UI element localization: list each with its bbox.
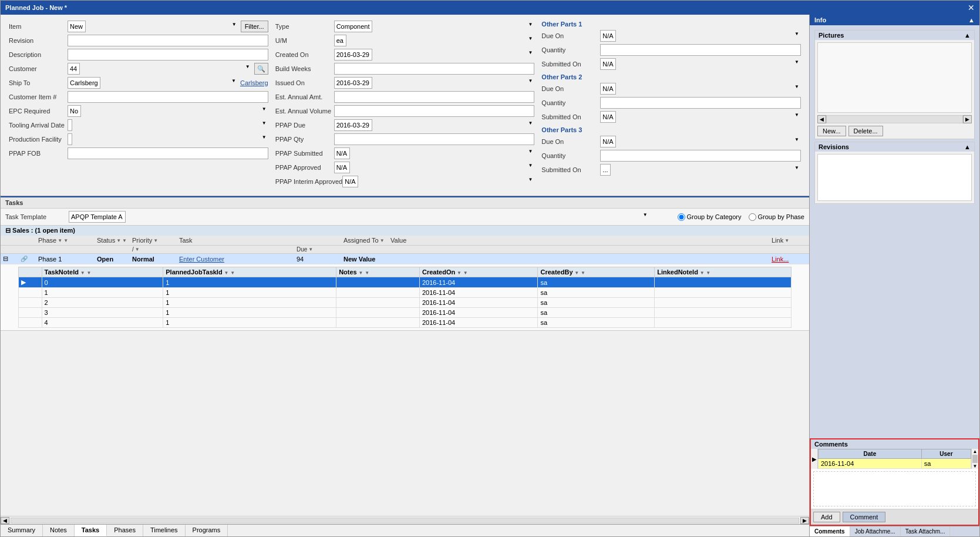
- linked-filter[interactable]: ▼: [706, 270, 710, 276]
- scroll-left-button[interactable]: ◀: [1, 517, 9, 524]
- close-button[interactable]: ✕: [968, 3, 975, 12]
- ppap-approved-select[interactable]: N/A: [334, 162, 350, 173]
- tab-comments[interactable]: Comments: [810, 526, 850, 536]
- tab-programs[interactable]: Programs: [186, 525, 228, 536]
- customer-item-input[interactable]: [68, 91, 268, 103]
- tab-tasks[interactable]: Tasks: [75, 525, 107, 536]
- revisions-collapse-icon[interactable]: ▲: [964, 143, 971, 150]
- tab-phases[interactable]: Phases: [107, 525, 143, 536]
- op2-submitted-select[interactable]: N/A: [600, 111, 616, 123]
- group-by-category-label[interactable]: Group by Category: [678, 213, 742, 221]
- group-by-category-radio[interactable]: [678, 213, 685, 221]
- scroll-track[interactable]: [11, 518, 799, 523]
- picture-scrollbar[interactable]: [826, 115, 963, 123]
- production-select[interactable]: [68, 133, 72, 145]
- phase-filter-icon[interactable]: ▼: [63, 238, 68, 243]
- planned-sort[interactable]: ▼: [224, 270, 228, 276]
- group-by-phase-label[interactable]: Group by Phase: [749, 213, 805, 221]
- notes-row[interactable]: ▶ 0 1 2016-11-04 sa: [19, 277, 792, 288]
- createdby-filter[interactable]: ▼: [581, 270, 585, 276]
- tab-notes[interactable]: Notes: [43, 525, 75, 536]
- group-by-phase-radio[interactable]: [749, 213, 756, 221]
- created-on-select[interactable]: 2016-03-29: [334, 49, 372, 61]
- new-picture-button[interactable]: New...: [817, 126, 846, 136]
- tab-summary[interactable]: Summary: [1, 525, 43, 536]
- ship-to-select[interactable]: Carlsberg: [68, 77, 100, 89]
- info-collapse-icon[interactable]: ▲: [968, 16, 975, 24]
- status-filter-icon[interactable]: ▼: [122, 238, 127, 243]
- type-select[interactable]: Component: [334, 21, 372, 32]
- op3-quantity-input[interactable]: [600, 150, 801, 162]
- createdon-filter[interactable]: ▼: [463, 270, 468, 276]
- est-annual-amt-input[interactable]: [334, 91, 535, 103]
- op1-due-on-select[interactable]: N/A: [600, 30, 616, 42]
- comments-row-1[interactable]: 2016-11-04 sa: [819, 459, 971, 469]
- op1-submitted-select[interactable]: N/A: [600, 58, 616, 70]
- comments-scroll-up[interactable]: ▲: [972, 449, 978, 454]
- um-select[interactable]: ea: [334, 35, 346, 46]
- ppap-submitted-select[interactable]: N/A: [334, 147, 350, 159]
- tab-task-attachments[interactable]: Task Attachm...: [901, 526, 951, 536]
- tab-job-attachments[interactable]: Job Attachme...: [850, 526, 901, 536]
- est-annual-vol-input[interactable]: [334, 105, 535, 117]
- notes-row[interactable]: 3 1 2016-11-04 sa: [19, 308, 792, 318]
- op2-quantity-input[interactable]: [600, 97, 801, 109]
- op3-submitted-select[interactable]: ...: [600, 164, 611, 176]
- status-sort-icon[interactable]: ▼: [116, 238, 121, 243]
- task-enter-customer[interactable]: Enter Customer: [179, 256, 297, 263]
- horizontal-scrollbar[interactable]: ◀ ▶: [1, 516, 809, 524]
- planned-filter[interactable]: ▼: [230, 270, 235, 276]
- picture-prev-button[interactable]: ◀: [817, 115, 826, 123]
- op2-due-on-select[interactable]: N/A: [600, 83, 616, 95]
- task-expand[interactable]: ⊟: [3, 255, 21, 263]
- comments-scrollbar[interactable]: ▲ ▼: [971, 449, 978, 469]
- op1-quantity-input[interactable]: [600, 44, 801, 56]
- tab-timelines[interactable]: Timelines: [143, 525, 186, 536]
- notes-sort[interactable]: ▼: [358, 270, 363, 276]
- task-row[interactable]: ⊟ 🔗 Phase 1 Open Normal Enter Customer 9…: [1, 254, 809, 264]
- task-note-sort[interactable]: ▼: [80, 270, 85, 276]
- createdby-sort[interactable]: ▼: [574, 270, 579, 276]
- item-select[interactable]: New: [68, 21, 86, 32]
- tooling-select[interactable]: [68, 119, 72, 131]
- build-weeks-input[interactable]: [334, 63, 535, 75]
- assigned-sort[interactable]: ▼: [380, 238, 385, 243]
- notes-filter[interactable]: ▼: [365, 270, 369, 276]
- comments-scroll-thumb[interactable]: [972, 455, 978, 463]
- epc-select[interactable]: No: [68, 105, 81, 117]
- link-filter-icon[interactable]: ▼: [784, 238, 789, 243]
- description-input[interactable]: [68, 49, 268, 61]
- ppap-interim-select[interactable]: N/A: [342, 176, 358, 187]
- filter-button[interactable]: Filter...: [241, 21, 268, 32]
- ppap-fob-input[interactable]: [68, 147, 268, 159]
- notes-row[interactable]: 1 1 2016-11-04 sa: [19, 288, 792, 298]
- phase-sort-icon[interactable]: ▼: [58, 238, 62, 243]
- priority-sort-icon[interactable]: ▼: [153, 238, 158, 243]
- ppap-due-select[interactable]: 2016-03-29: [334, 119, 372, 131]
- scroll-right-button[interactable]: ▶: [800, 517, 809, 524]
- op3-due-on-select[interactable]: N/A: [600, 136, 616, 147]
- issued-on-select[interactable]: 2016-03-29: [334, 77, 372, 89]
- customer-search-button[interactable]: 🔍: [254, 63, 268, 75]
- add-comment-button[interactable]: Add: [813, 512, 840, 522]
- delete-picture-button[interactable]: Delete...: [848, 126, 883, 136]
- task-link[interactable]: Link...: [772, 256, 807, 263]
- revision-input[interactable]: [68, 35, 268, 46]
- task-note-filter[interactable]: ▼: [87, 270, 92, 276]
- pictures-collapse-icon[interactable]: ▲: [964, 32, 971, 39]
- comments-text-area[interactable]: [813, 471, 976, 506]
- linked-sort[interactable]: ▼: [700, 270, 705, 276]
- task-template-select[interactable]: APQP Template A: [69, 211, 126, 223]
- customer-select[interactable]: 44: [68, 63, 80, 75]
- ppap-qty-input[interactable]: [334, 133, 535, 145]
- comment-button[interactable]: Comment: [843, 512, 886, 522]
- task-group-header[interactable]: ⊟ Sales : (1 open item): [1, 226, 809, 236]
- notes-row[interactable]: 2 1 2016-11-04 sa: [19, 298, 792, 308]
- comments-expand[interactable]: ▶: [811, 449, 818, 469]
- comments-scroll-down[interactable]: ▼: [972, 464, 978, 469]
- tasks-content: ⊟ Sales : (1 open item) Phase ▼ ▼: [1, 226, 809, 516]
- notes-row[interactable]: 4 1 2016-11-04 sa: [19, 318, 792, 328]
- createdon-sort[interactable]: ▼: [457, 270, 462, 276]
- carlsberg-link[interactable]: Carlsberg: [240, 79, 268, 86]
- picture-next-button[interactable]: ▶: [963, 115, 972, 123]
